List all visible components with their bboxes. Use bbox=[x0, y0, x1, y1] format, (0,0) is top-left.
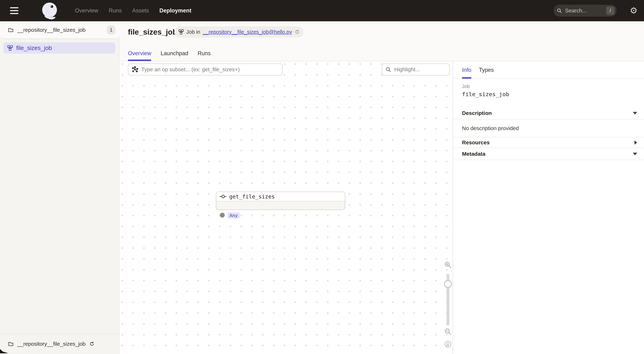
section-resources-title: Resources bbox=[462, 139, 634, 146]
section-description-body: No description provided bbox=[453, 120, 644, 137]
chevron-right-icon bbox=[634, 140, 637, 145]
reload-repository-button[interactable] bbox=[89, 341, 94, 346]
job-tabs: Overview Launchpad Runs bbox=[128, 50, 211, 61]
repository-link[interactable]: __repository__file_sizes_job@hello.py bbox=[203, 29, 292, 35]
section-metadata[interactable]: Metadata bbox=[453, 148, 644, 160]
page-title: file_sizes_job bbox=[128, 28, 177, 37]
search-shortcut-key: / bbox=[606, 7, 614, 15]
job-field-value: file_sizes_job bbox=[462, 91, 509, 97]
highlight-filter bbox=[382, 64, 450, 75]
footer-repository-name: __repository__file_sizes_job bbox=[17, 341, 86, 347]
zoom-in-icon bbox=[444, 261, 452, 269]
refresh-icon bbox=[89, 341, 94, 346]
chevron-down-icon bbox=[633, 153, 637, 155]
refresh-icon bbox=[294, 29, 300, 35]
description-empty-text: No description provided bbox=[462, 125, 519, 131]
tab-info[interactable]: Info bbox=[462, 61, 472, 79]
zoom-out-icon bbox=[444, 328, 452, 335]
section-metadata-title: Metadata bbox=[462, 151, 633, 157]
section-description-title: Description bbox=[462, 110, 633, 116]
folder-icon bbox=[8, 341, 14, 347]
job-header: file_sizes_job Job in __repository__file… bbox=[119, 21, 644, 61]
output-type-badge[interactable]: Any bbox=[228, 212, 240, 219]
tab-types[interactable]: Types bbox=[479, 61, 494, 79]
folder-icon bbox=[8, 27, 14, 33]
nav-item-runs[interactable]: Runs bbox=[109, 8, 122, 14]
reload-definitions-button[interactable] bbox=[294, 29, 300, 35]
top-navigation-bar: Overview Runs Assets Deployment / ⚙ bbox=[0, 0, 644, 21]
op-selector-icon bbox=[132, 66, 138, 73]
job-icon bbox=[7, 45, 13, 51]
global-search: / bbox=[554, 5, 616, 17]
tab-overview[interactable]: Overview bbox=[128, 50, 151, 61]
job-context-pill: Job in __repository__file_sizes_job@hell… bbox=[174, 26, 304, 38]
sidebar-footer: __repository__file_sizes_job bbox=[0, 333, 119, 354]
tab-runs[interactable]: Runs bbox=[198, 50, 211, 61]
search-icon bbox=[554, 5, 565, 17]
job-sidebar: __repository__file_sizes_job 1 file_size… bbox=[0, 21, 119, 354]
hamburger-bar bbox=[10, 10, 18, 11]
primary-nav: Overview Runs Assets Deployment bbox=[75, 0, 191, 21]
search-input[interactable] bbox=[565, 8, 606, 14]
tab-launchpad[interactable]: Launchpad bbox=[160, 50, 188, 61]
download-icon bbox=[444, 341, 452, 348]
sidebar-item-file-sizes-job[interactable]: file_sizes_job bbox=[3, 42, 115, 54]
op-subset-filter bbox=[128, 64, 282, 75]
op-graph-canvas[interactable]: get_file_sizes Any bbox=[119, 61, 453, 354]
mouse-cursor bbox=[0, 348, 8, 354]
job-count-badge: 1 bbox=[107, 26, 115, 35]
nav-item-deployment[interactable]: Deployment bbox=[160, 8, 191, 14]
op-node-get-file-sizes[interactable]: get_file_sizes bbox=[216, 192, 345, 210]
chevron-down-icon bbox=[633, 112, 637, 115]
search-icon bbox=[385, 66, 391, 73]
op-output-port bbox=[220, 213, 225, 218]
op-node-header: get_file_sizes bbox=[216, 192, 345, 201]
hamburger-bar bbox=[10, 7, 18, 8]
job-icon bbox=[178, 29, 184, 35]
job-context-prefix: Job in bbox=[186, 29, 200, 35]
sidebar-item-label: file_sizes_job bbox=[16, 45, 52, 51]
nav-item-assets[interactable]: Assets bbox=[132, 8, 149, 14]
section-resources[interactable]: Resources bbox=[453, 137, 644, 148]
section-description[interactable]: Description bbox=[453, 107, 644, 120]
job-field-label: Job bbox=[462, 84, 470, 89]
highlight-input[interactable] bbox=[394, 66, 446, 73]
dagster-logo[interactable] bbox=[41, 2, 59, 20]
zoom-in-button[interactable] bbox=[444, 261, 452, 269]
zoom-slider-handle[interactable] bbox=[444, 280, 452, 288]
op-icon bbox=[220, 195, 227, 199]
panel-sections: Description No description provided Reso… bbox=[453, 107, 644, 160]
op-node-label: get_file_sizes bbox=[229, 194, 275, 200]
job-info-panel: Info Types Job file_sizes_job Descriptio… bbox=[453, 61, 644, 354]
dagster-logo-icon bbox=[41, 2, 59, 20]
hamburger-bar bbox=[10, 13, 18, 14]
nav-item-overview[interactable]: Overview bbox=[75, 8, 98, 14]
download-image-button[interactable] bbox=[444, 341, 452, 348]
panel-tabs: Info Types bbox=[462, 61, 494, 79]
zoom-out-button[interactable] bbox=[444, 328, 452, 335]
gear-icon[interactable]: ⚙ bbox=[630, 6, 638, 15]
sidebar-repository-name: __repository__file_sizes_job bbox=[17, 27, 104, 33]
hamburger-menu-icon[interactable] bbox=[10, 7, 18, 14]
sidebar-repository-header[interactable]: __repository__file_sizes_job 1 bbox=[0, 21, 119, 39]
op-subset-input[interactable] bbox=[141, 66, 279, 73]
